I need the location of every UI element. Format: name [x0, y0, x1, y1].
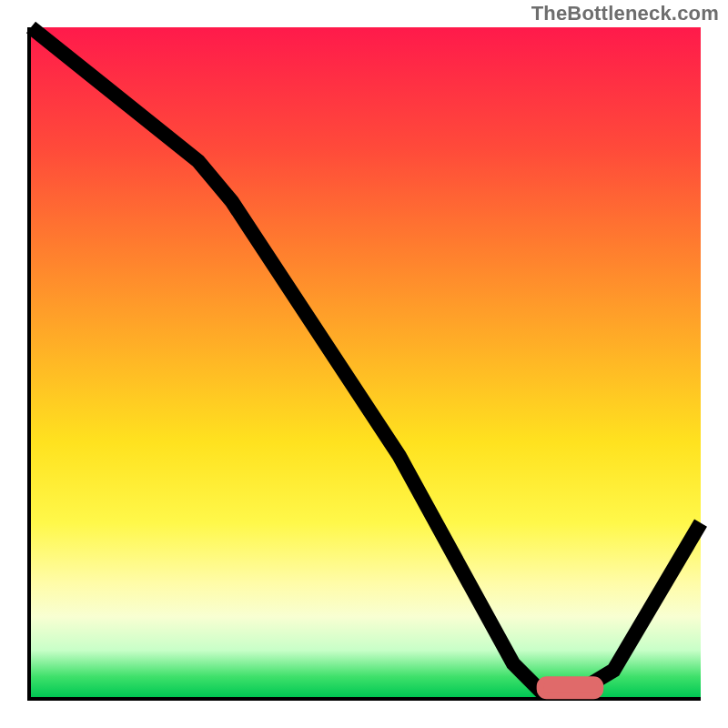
- watermark-text: TheBottleneck.com: [531, 2, 719, 25]
- plot-svg: [31, 27, 701, 697]
- bottleneck-curve: [31, 27, 701, 691]
- optimal-range-marker: [540, 680, 600, 696]
- chart-canvas: TheBottleneck.com: [0, 0, 728, 728]
- plot-area: [27, 27, 701, 701]
